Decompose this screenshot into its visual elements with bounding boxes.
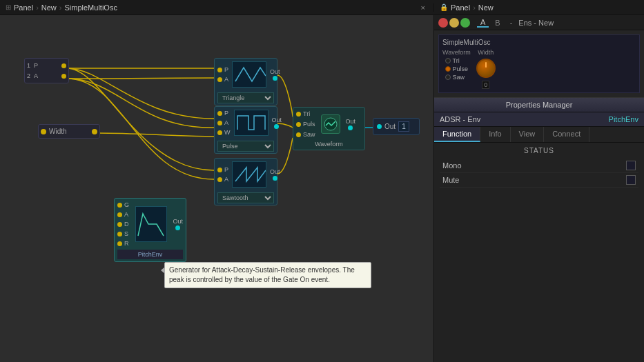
mini-preview-title: SimpleMultiOsc <box>442 39 636 46</box>
tooltip: Generator for Attack-Decay-Sustain-Relea… <box>164 262 371 288</box>
mono-checkbox[interactable] <box>626 161 636 170</box>
mono-label: Mono <box>442 161 462 170</box>
tab-view[interactable]: View <box>511 127 545 142</box>
pitchenv-node: G A D S R Out <box>114 198 186 262</box>
triangle-node: P A Out Triangle <box>214 58 277 105</box>
mute-label: Mute <box>442 176 459 184</box>
waveform-col-label: Waveform <box>442 49 471 56</box>
tab-b[interactable]: B <box>491 19 503 27</box>
triangle-select[interactable]: Triangle <box>217 92 274 103</box>
tab-function[interactable]: Function <box>434 127 480 142</box>
panel-label[interactable]: Panel <box>14 3 33 12</box>
close-button[interactable]: × <box>418 3 428 12</box>
waveform-selector-node: Tri Puls Saw Out <box>293 107 365 150</box>
pm-status-header: STATUS <box>440 147 638 154</box>
pm-tabs: Function Info View Connect <box>434 127 644 143</box>
pm-title-bar: ADSR - Env PitchEnv <box>434 112 644 127</box>
tab-connect[interactable]: Connect <box>544 127 589 142</box>
mini-knob-value: 0 <box>482 81 489 89</box>
input-port-2: 2 A <box>27 72 66 79</box>
mini-preview: SimpleMultiOsc Waveform Tri Pulse Saw Wi… <box>438 34 640 93</box>
rp-btn-group <box>438 18 470 28</box>
input-port-1: 1 P <box>27 62 66 69</box>
tab-info[interactable]: Info <box>480 127 510 142</box>
right-panel: A B - Ens - New SimpleMultiOsc Waveform … <box>433 15 644 362</box>
pm-row-mute: Mute <box>440 173 638 188</box>
topbar-left: ⊞ Panel › New › SimpleMultiOsc × <box>0 3 433 12</box>
width-label: Width <box>49 128 67 135</box>
app-icon: ⊞ <box>6 3 11 11</box>
sawtooth-select[interactable]: Sawtooth <box>217 192 274 203</box>
pulse-select[interactable]: Pulse <box>217 141 274 152</box>
rp-minimize-btn[interactable] <box>449 18 459 28</box>
lock-icon: 🔒 <box>440 3 448 11</box>
radio-tri[interactable] <box>445 58 451 63</box>
right-panel-label[interactable]: Panel <box>451 3 470 12</box>
topbar-right: 🔒 Panel › New <box>433 3 644 12</box>
rp-close-btn[interactable] <box>438 18 448 28</box>
out-value: 1 <box>398 121 409 132</box>
waveform-label: Waveform <box>296 141 362 148</box>
radio-saw[interactable] <box>445 74 451 80</box>
out-label: Out <box>384 123 396 130</box>
pm-module-accent: PitchEnv <box>609 115 638 123</box>
title-label: SimpleMultiOsc <box>65 3 117 12</box>
mute-checkbox[interactable] <box>626 175 636 185</box>
radio-pulse[interactable] <box>445 66 451 72</box>
width-col-label: Width <box>478 49 494 56</box>
tooltip-text: Generator for Attack-Decay-Sustain-Relea… <box>169 266 355 283</box>
sep2: › <box>59 3 62 12</box>
tab-dash: - <box>507 19 516 27</box>
sep1: › <box>36 3 39 12</box>
canvas-area[interactable]: 1 P 2 A Width <box>0 15 433 362</box>
mini-knob[interactable] <box>476 59 496 78</box>
pitchenv-label: PitchEnv <box>117 250 183 259</box>
right-sep: › <box>473 3 476 12</box>
rp-expand-btn[interactable] <box>460 18 470 28</box>
ens-new-label: Ens - New <box>518 19 554 27</box>
mini-radio-list: Tri Pulse Saw <box>445 57 469 81</box>
pulse-node: P A W Out Pulse <box>214 106 277 154</box>
pm-header-label: Properties Manager <box>434 98 644 112</box>
width-node: Width <box>38 124 100 139</box>
pm-row-mono: Mono <box>440 159 638 173</box>
pm-status-section: STATUS Mono Mute <box>434 143 644 192</box>
right-new-label: New <box>478 3 494 12</box>
input-node: 1 P 2 A <box>24 58 69 83</box>
out-final-node: Out 1 <box>373 118 420 135</box>
tab-a[interactable]: A <box>477 18 489 28</box>
sawtooth-node: P A Out Sawtooth <box>214 158 277 205</box>
properties-manager: Properties Manager ADSR - Env PitchEnv F… <box>434 97 644 362</box>
rp-tab-bar: A B - Ens - New <box>434 15 644 30</box>
new-label[interactable]: New <box>41 3 57 12</box>
pm-module-name: ADSR - Env <box>440 115 480 123</box>
